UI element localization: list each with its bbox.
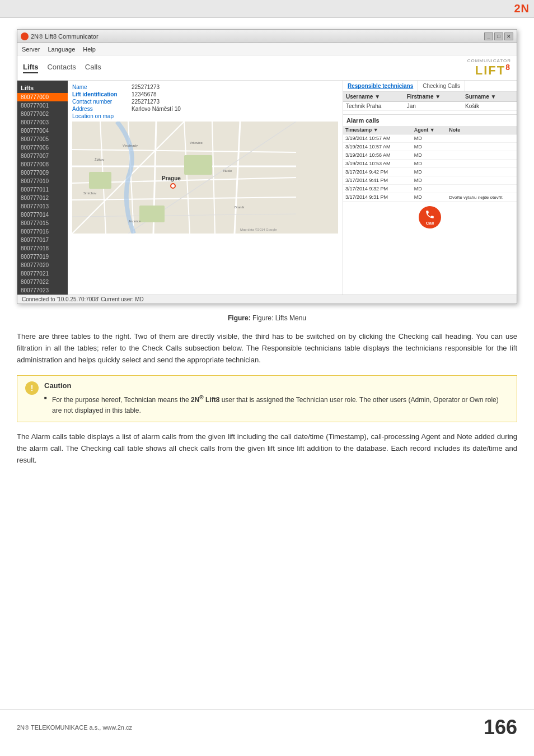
alarm-timestamp-3: 3/19/2014 10:53 AM [343, 160, 412, 168]
alarm-agent-2: MD [412, 151, 447, 160]
svg-text:Smíchov: Smíchov [83, 192, 96, 195]
panel-tabs: Responsible technicians Checking Calls [343, 81, 517, 92]
caution-icon: ! [25, 381, 39, 395]
map-container: Prague Žižkov Vinohrady Vršovice Nusle S… [72, 122, 338, 234]
alarm-timestamp-5: 3/17/2014 9:41 PM [343, 176, 412, 185]
caution-item-0: For the purpose hereof, Technician means… [44, 393, 509, 416]
lift-item-19[interactable]: 800777019 [17, 253, 68, 261]
lift-item-5[interactable]: 800777005 [17, 135, 68, 143]
svg-text:Vršovice: Vršovice [190, 141, 203, 144]
brand-logo: COMMUNICATOR LIFT8 [467, 59, 511, 77]
lift-item-11[interactable]: 800777011 [17, 185, 68, 194]
tab-contacts[interactable]: Contacts [47, 63, 76, 73]
tab-lifts[interactable]: Lifts [23, 63, 38, 73]
lift-number: 8 [505, 63, 511, 72]
phone-icon [425, 209, 435, 220]
name-label: Name [72, 84, 128, 90]
alarm-calls-header: Alarm calls [343, 115, 517, 126]
menu-help[interactable]: Help [83, 46, 96, 53]
tech-surname: Košík [462, 102, 517, 111]
alarm-note-6 [447, 185, 517, 193]
lift-item-18[interactable]: 800777018 [17, 244, 68, 253]
close-button[interactable]: ✕ [504, 32, 513, 40]
alarm-row-3: 3/19/2014 10:53 AM MD [343, 160, 517, 168]
lift-item-3[interactable]: 800777003 [17, 118, 68, 127]
page-footer: 2N® TELEKOMUNIKACE a.s., www.2n.cz 166 [0, 710, 534, 745]
lift-item-8[interactable]: 800777008 [17, 160, 68, 169]
lift-item-10[interactable]: 800777010 [17, 177, 68, 185]
alarm-col-timestamp[interactable]: Timestamp ▼ [343, 126, 412, 134]
tech-firstname: Jan [404, 102, 462, 111]
tab-checking-calls[interactable]: Checking Calls [418, 81, 465, 91]
svg-rect-16 [139, 206, 165, 222]
alarm-row-4: 3/17/2014 9:42 PM MD [343, 168, 517, 176]
right-panel: Responsible technicians Checking Calls U… [343, 81, 517, 295]
lift-item-1[interactable]: 800777001 [17, 101, 68, 110]
col-surname[interactable]: Surname ▼ [462, 92, 517, 102]
lift-item-13[interactable]: 800777013 [17, 202, 68, 211]
title-bar: 2N® Lift8 Communicator _ □ ✕ [17, 30, 517, 43]
tab-calls[interactable]: Calls [85, 63, 101, 73]
lift-item-16[interactable]: 800777016 [17, 227, 68, 236]
alarm-note-7: Dvořte výtahu nejde otevřít [447, 193, 517, 202]
lift-item-6[interactable]: 800777006 [17, 143, 68, 152]
address-value: Karlovo Náměstí 10 [132, 106, 181, 112]
alarm-timestamp-0: 3/19/2014 10:57 AM [343, 134, 412, 143]
lift-item-14[interactable]: 800777014 [17, 211, 68, 219]
tech-username: Technik Praha [343, 102, 404, 111]
tab-responsible-technicians[interactable]: Responsible technicians [343, 81, 418, 91]
lift-item-9[interactable]: 800777009 [17, 169, 68, 177]
lift-list-header: Lifts [17, 83, 68, 93]
top-bar: 2N [0, 0, 534, 18]
alarm-agent-6: MD [412, 185, 447, 193]
alarm-note-2 [447, 151, 517, 160]
technicians-table: Username ▼ Firstname ▼ Surname ▼ Technik… [343, 92, 517, 111]
call-button[interactable]: Call [419, 206, 441, 228]
contact-label: Contact number [72, 99, 128, 105]
lift-item-2[interactable]: 800777002 [17, 110, 68, 118]
lift-list-panel: Lifts 800777000 800777001 800777002 8007… [17, 81, 68, 295]
caution-title: Caution [44, 381, 509, 390]
alarm-row-7: 3/17/2014 9:31 PM MD Dvořte výtahu nejde… [343, 193, 517, 202]
status-text: Connected to '10.0.25.70:7008' Current u… [22, 296, 144, 302]
app-content: Lifts 800777000 800777001 800777002 8007… [17, 81, 517, 295]
alarm-agent-4: MD [412, 168, 447, 176]
svg-rect-14 [89, 172, 111, 189]
maximize-button[interactable]: □ [494, 32, 503, 40]
lift-item-23[interactable]: 800777023 [17, 286, 68, 295]
lift-item-12[interactable]: 800777012 [17, 194, 68, 202]
lift-item-22[interactable]: 800777022 [17, 278, 68, 286]
address-label: Address [72, 106, 128, 112]
lift-id-value: 12345678 [132, 91, 157, 97]
alarm-col-agent[interactable]: Agent ▼ [412, 126, 447, 134]
svg-text:Žižkov: Žižkov [95, 157, 104, 161]
lift-item-4[interactable]: 800777004 [17, 127, 68, 135]
alarm-row-5: 3/17/2014 9:41 PM MD [343, 176, 517, 185]
alarm-timestamp-2: 3/19/2014 10:56 AM [343, 151, 412, 160]
lift-item-21[interactable]: 800777021 [17, 269, 68, 278]
lift-item-7[interactable]: 800777007 [17, 152, 68, 160]
col-firstname[interactable]: Firstname ▼ [404, 92, 462, 102]
svg-text:Vinohrady: Vinohrady [123, 144, 138, 147]
alarm-timestamp-1: 3/19/2014 10:57 AM [343, 143, 412, 151]
alarm-agent-5: MD [412, 176, 447, 185]
alarm-agent-0: MD [412, 134, 447, 143]
alarm-timestamp-6: 3/17/2014 9:32 PM [343, 185, 412, 193]
alarm-note-0 [447, 134, 517, 143]
lift-item-15[interactable]: 800777015 [17, 219, 68, 227]
menu-server[interactable]: Server [22, 46, 40, 53]
svg-rect-0 [72, 122, 338, 234]
svg-text:Map data ©2014 Google: Map data ©2014 Google [240, 228, 277, 231]
lift-item-20[interactable]: 800777020 [17, 261, 68, 269]
body-text-1: There are three tables to the right. Two… [17, 331, 517, 366]
lift-item-17[interactable]: 800777017 [17, 236, 68, 244]
caution-list: For the purpose hereof, Technician means… [44, 393, 509, 416]
col-username[interactable]: Username ▼ [343, 92, 404, 102]
app-window: 2N® Lift8 Communicator _ □ ✕ Server Lang… [17, 29, 517, 304]
alarm-row-6: 3/17/2014 9:32 PM MD [343, 185, 517, 193]
lift-item-0[interactable]: 800777000 [17, 93, 68, 101]
alarm-agent-7: MD [412, 193, 447, 202]
minimize-button[interactable]: _ [484, 32, 493, 40]
menu-language[interactable]: Language [48, 46, 75, 53]
figure-caption: Figure: Figure: Lifts Menu [17, 314, 517, 322]
